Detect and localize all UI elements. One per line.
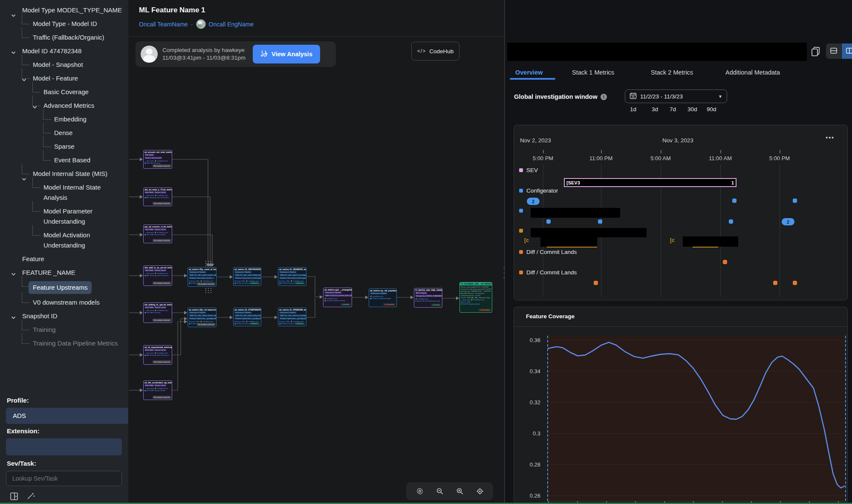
node-status-badge[interactable]: No analysis selected	[153, 282, 171, 285]
node-status-badge[interactable]: No analysis selected	[153, 202, 171, 205]
date-range-dropdown[interactable]: 11/2/23 - 11/3/23 ▼	[625, 89, 727, 103]
chevron-down-icon[interactable]	[11, 313, 16, 319]
node-pill: Source: ad_id	[154, 306, 167, 308]
extension-select[interactable]	[6, 438, 122, 455]
graph-node[interactable]: ad_matrics:upd ..._propagulator⧉Datasour…	[323, 288, 352, 307]
node-status-badge[interactable]: No analysis selected	[153, 396, 171, 399]
chevron-down-icon[interactable]	[21, 75, 27, 81]
codehub-button[interactable]: </> CodeHub	[411, 42, 459, 60]
oncall-eng-link[interactable]: Oncall EngName	[209, 21, 254, 28]
zoom-in-icon[interactable]	[453, 485, 466, 498]
sidebar-item-feature-upstreams[interactable]: Feature Upstreams	[0, 279, 128, 296]
sidebar-item-model-internal-state-mis[interactable]: Model Internal State (MIS)	[0, 167, 128, 181]
chevron-down-icon[interactable]	[11, 270, 16, 275]
sidebar-item-feature[interactable]: Feature	[0, 252, 128, 266]
graph-node[interactable]: ad_metrics f3...090748100021d⧉Datasource…	[233, 267, 261, 286]
chevron-down-icon[interactable]	[21, 175, 27, 180]
sidebar-item-model-feature[interactable]: Model - Feature	[0, 72, 128, 85]
graph-node[interactable]: ad_mix_accelerated_sig_metrics⧉Hive Tabl…	[143, 380, 172, 400]
sidebar-item-traffic-fallback-organic[interactable]: Traffic (Fallback/Organic)	[0, 31, 128, 44]
layout-rows-toggle-icon[interactable]	[826, 43, 841, 59]
sidebar-item-snapshot-id[interactable]: Snapshot ID	[0, 309, 128, 323]
tab-stack-2-metrics[interactable]: Stack 2 Metrics	[651, 69, 693, 76]
node-status-badge[interactable]: No analysis selected	[153, 319, 171, 322]
view-analysis-button[interactable]: View Analysis	[253, 45, 320, 63]
sidebar-item-event-based[interactable]: Event Based	[0, 153, 128, 167]
chevron-down-icon[interactable]	[11, 48, 16, 54]
node-status-badge[interactable]: No analysis selected	[153, 164, 171, 167]
locate-icon[interactable]	[474, 485, 486, 498]
sidebar-item-model-parameter-understanding[interactable]: Model Parameter Understanding	[0, 204, 128, 228]
node-status-badge[interactable]: No analysis selected	[153, 239, 171, 242]
copy-icon[interactable]	[809, 46, 820, 58]
graph-node-title: ad_matrics:upd ..._propagulator⧉	[324, 289, 351, 291]
graph-node[interactable]: ad_metrics f3/p...for impression⧉Datasou…	[188, 308, 217, 327]
quick-range-7d[interactable]: 7d	[668, 105, 678, 113]
node-status-badge[interactable]: No analysis selected	[197, 323, 215, 326]
graph-node[interactable]: ad_metrics up...ivk_populaser⧉Datasource…	[369, 288, 397, 307]
node-links-row: ▣ QPYCBF Pipeline Health	[144, 389, 171, 392]
timeline-menu-button[interactable]: •••	[823, 134, 837, 141]
graph-node[interactable]: dim_adid_ts_sp...pre ad_metrics⧉Hive Tab…	[143, 265, 172, 286]
graph-node[interactable]: ad_metrics f3...876083188_ar⧉Datasource:…	[278, 308, 306, 326]
node-pill: Table: f3__ads__batch_ara_longterm...	[279, 274, 306, 276]
node-status-badge[interactable]: No analysis selected	[197, 282, 215, 285]
graph-node[interactable]: pac_ad_conserv...rs ad_metrics⧉Hive Tabl…	[143, 225, 172, 243]
sidebar-item-model-id-474782348[interactable]: Model ID 474782348	[0, 44, 128, 58]
tab-additional-metadata[interactable]: Additional Metadata	[725, 69, 780, 76]
node-links-row: ▣ Ads Ranking Data & Features	[144, 354, 171, 356]
zoom-out-icon[interactable]	[433, 485, 446, 498]
quick-range-1d[interactable]: 1d	[628, 105, 638, 113]
sidebar-item-embedding[interactable]: Embedding	[0, 112, 128, 126]
oncall-team-link[interactable]: Oncall TeamName	[139, 21, 188, 28]
node-pill: Datasource: Pipeline	[189, 271, 206, 273]
sidebar-item-model-type-model-type-name[interactable]: Model Type MODEL_TYPE_NAME	[0, 3, 128, 17]
graph-node[interactable]: ad_metrics f3...081690233_ar⧉Datasource:…	[278, 267, 306, 286]
tab-overview[interactable]: Overview	[515, 69, 543, 76]
graph-node[interactable]: F3_SCANNER_CMF__AD_IMPRESSI_NS⧉Feature S…	[459, 282, 492, 313]
graph-node[interactable]: F3_BATCH_AD3_FINE_GRAINED⧉Ads CategorySt…	[414, 288, 442, 308]
profile-select[interactable]: ADS	[6, 408, 129, 424]
sidebar-item-label: Event Based	[54, 155, 90, 165]
sidebar-item-dense[interactable]: Dense	[0, 126, 128, 140]
node-pill: Hive Table	[144, 349, 154, 351]
sidebar-item-model-type-model-id[interactable]: Model Type - Model ID	[0, 17, 128, 31]
sidebar-item-advanced-metrics[interactable]: Advanced Metrics	[0, 99, 128, 112]
quick-range-30d[interactable]: 30d	[686, 105, 699, 113]
quick-range-3d[interactable]: 3d	[650, 105, 660, 113]
sidebar-item-training-data-pipeline-metrics[interactable]: Training Data Pipeline Metrics	[0, 337, 128, 350]
node-status-badge: ● Healthy	[250, 282, 260, 285]
date-range-value: 11/2/23 - 11/3/23	[640, 93, 683, 100]
sidebar-item-model-internal-state-analysis[interactable]: Model Internal State Analysis	[0, 181, 128, 204]
timeline-date-label: Nov 2, 2023	[520, 137, 551, 144]
graph-node[interactable]: ad_metrics f3/p...event_af_line⧉Datasour…	[188, 267, 217, 287]
sidebar-item-v0-downstream-models[interactable]: V0 downstream models	[0, 296, 128, 309]
sidebar-item-model-activation-understanding[interactable]: Model Activation Understanding	[0, 228, 128, 252]
sidebar-item-model-snapshot[interactable]: Model - Snapshot	[0, 58, 128, 72]
tree-connector	[22, 27, 30, 38]
graph-node[interactable]: ad_metrics f3...0718879003780⧉Datasource…	[233, 308, 261, 326]
tab-stack-1-metrics[interactable]: Stack 1 Metrics	[572, 69, 614, 76]
graph-node[interactable]: bal_ranking_fe...gen ad_metrics⧉Hive Tab…	[143, 302, 172, 323]
chevron-down-icon[interactable]	[11, 11, 16, 17]
info-icon: i	[601, 94, 607, 100]
sidebar-item-sparse[interactable]: Sparse	[0, 140, 128, 153]
sev-task-input[interactable]	[6, 471, 122, 486]
graph-node[interactable]: dim_ad_meta_a...73 ad_metrics⧉Hive Table…	[143, 187, 172, 206]
layout-columns-toggle-icon[interactable]	[842, 43, 852, 59]
docs-panel-icon[interactable]	[9, 492, 19, 503]
graph-node[interactable]: ad_ml_experimental_metrics⧉Hive TableSou…	[143, 345, 172, 365]
calendar-icon	[630, 92, 637, 101]
sidebar-item-basic-coverage[interactable]: Basic Coverage	[0, 85, 128, 99]
chevron-down-icon[interactable]	[32, 103, 38, 108]
node-status-badge[interactable]: No analysis selected	[153, 360, 171, 363]
node-pill: Datasource: Pipeline	[234, 311, 252, 314]
tree-connector	[22, 320, 30, 330]
settings-icon[interactable]	[413, 485, 426, 498]
quick-range-90d[interactable]: 90d	[705, 105, 718, 113]
sidebar-item-training[interactable]: Training	[0, 323, 128, 337]
timeline-tick	[780, 150, 780, 153]
magic-wand-icon[interactable]	[26, 491, 36, 503]
sidebar-item-feature-name[interactable]: FEATURE _NAME	[0, 266, 128, 279]
graph-node[interactable]: ad_account_red...level_metrics⧉Hive Tabl…	[143, 150, 172, 169]
